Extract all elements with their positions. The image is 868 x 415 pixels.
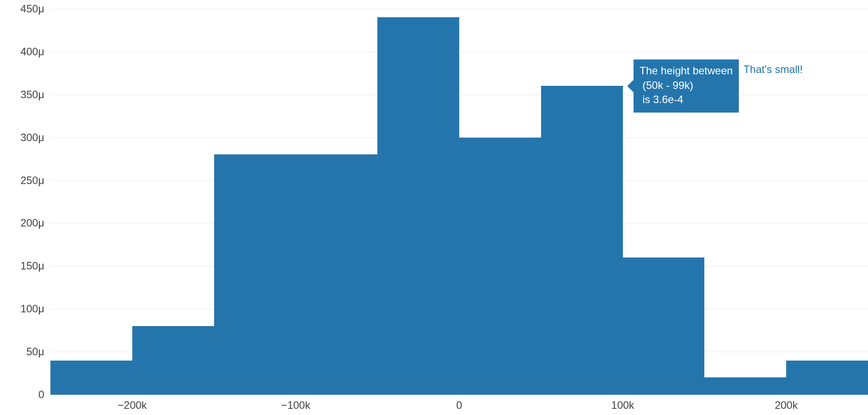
histogram-bar[interactable] — [459, 138, 541, 395]
histogram-bar[interactable] — [50, 361, 132, 395]
histogram-bar[interactable] — [786, 361, 868, 395]
y-axis-tick-label: 200μ — [20, 217, 44, 229]
y-axis-tick-label: 250μ — [20, 174, 44, 187]
y-axis-tick-label: 50μ — [26, 346, 44, 358]
y-axis-tick-label: 350μ — [20, 88, 44, 101]
histogram-bar[interactable] — [296, 154, 377, 395]
x-axis-tick-label: −200k — [118, 399, 147, 411]
y-axis-tick-label: 450μ — [20, 3, 44, 15]
histogram-bar[interactable] — [132, 326, 214, 395]
gridline — [50, 52, 868, 52]
y-axis-tick-label: 100μ — [20, 303, 44, 315]
y-axis-tick-label: 0 — [38, 388, 44, 401]
x-axis-tick-label: 0 — [456, 399, 462, 411]
histogram-chart: 050μ100μ150μ200μ250μ300μ350μ400μ450μ−200… — [0, 0, 868, 415]
y-axis-tick-label: 300μ — [20, 131, 44, 144]
tooltip-arrow-icon — [627, 80, 634, 92]
histogram-bar[interactable] — [623, 257, 705, 395]
baseline — [50, 395, 868, 395]
histogram-bar[interactable] — [541, 86, 623, 395]
x-axis-tick-label: −100k — [281, 399, 310, 411]
tooltip-callout: The height between (50k - 99k) is 3.6e-4 — [634, 60, 739, 112]
x-axis-tick-label: 100k — [611, 399, 634, 411]
y-axis-tick-label: 400μ — [20, 46, 44, 58]
gridline — [50, 95, 868, 95]
annotation-note: That's small! — [743, 63, 803, 76]
plot-area[interactable]: 050μ100μ150μ200μ250μ300μ350μ400μ450μ−200… — [50, 9, 868, 395]
gridline — [50, 9, 868, 9]
histogram-bar[interactable] — [704, 377, 786, 395]
x-axis-tick-label: 200k — [775, 399, 798, 411]
histogram-bar[interactable] — [214, 154, 296, 395]
histogram-bar[interactable] — [377, 17, 459, 395]
y-axis-tick-label: 150μ — [20, 260, 44, 272]
